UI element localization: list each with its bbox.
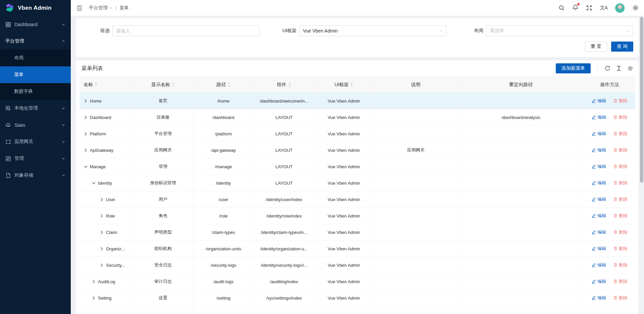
table-row[interactable]: Platform平台管理/platformLAYOUTVue Vben Admi…	[79, 126, 635, 142]
collapse-sidebar-icon[interactable]	[76, 5, 83, 11]
table-row[interactable]: Dashboard仪表板/dashboardLAYOUTVue Vben Adm…	[79, 109, 635, 126]
cell-path: /security-logs	[193, 257, 254, 273]
delete-button[interactable]: 删除	[613, 180, 628, 186]
delete-button[interactable]: 删除	[613, 147, 628, 153]
sidebar-item-layout[interactable]: 布局	[0, 50, 71, 66]
sidebar-item-gateway[interactable]: 应用网关	[0, 133, 71, 150]
table-row[interactable]: Home首页/home/dashboard/welcome/in...Vue V…	[79, 93, 635, 109]
expand-chevron-icon[interactable]	[84, 115, 88, 120]
delete-button[interactable]: 删除	[613, 229, 628, 235]
cell-component: /identity/security-logs/i...	[254, 257, 314, 273]
sidebar-item-storage[interactable]: 对象存储	[0, 167, 71, 184]
reset-button[interactable]: 重 置	[585, 42, 607, 52]
table-settings-gear-icon[interactable]	[627, 65, 633, 71]
column-header[interactable]: 名称	[79, 77, 133, 93]
edit-button[interactable]: 编辑	[592, 229, 606, 235]
sidebar-item-manage[interactable]: 管理	[0, 150, 71, 167]
ui-framework-select[interactable]: Vue Vben Admin	[299, 25, 446, 36]
action-divider	[609, 99, 610, 103]
expand-chevron-icon[interactable]	[84, 165, 88, 169]
query-button[interactable]: 查 询	[611, 42, 633, 52]
delete-button[interactable]: 删除	[613, 196, 628, 202]
action-divider	[609, 246, 610, 251]
row-height-icon[interactable]	[616, 65, 622, 71]
sidebar-item-menu[interactable]: 菜单	[0, 66, 71, 83]
sidebar-item-dashboard[interactable]: Dashboard	[0, 16, 71, 33]
edit-button[interactable]: 编辑	[592, 98, 606, 104]
sidebar-item-dict[interactable]: 数据字典	[0, 83, 71, 100]
refresh-icon[interactable]	[604, 65, 610, 71]
column-header[interactable]: 组件	[254, 77, 314, 93]
filter-input[interactable]	[112, 25, 260, 36]
table-row[interactable]: Claim声明类型/claim-types/identity/claim-typ…	[79, 224, 635, 241]
edit-pencil-icon	[592, 279, 596, 284]
table-row[interactable]: ApiGateway应用网关/api-gatewayLAYOUTVue Vben…	[79, 142, 635, 159]
edit-button[interactable]: 编辑	[592, 180, 606, 186]
delete-button[interactable]: 删除	[613, 213, 628, 219]
expand-chevron-icon[interactable]	[92, 296, 96, 300]
logo[interactable]: Vben Admin	[0, 0, 71, 16]
table-row[interactable]: Manage管理/manageLAYOUTVue Vben Admin编辑删除	[79, 159, 635, 175]
sidebar-item-saas[interactable]: Saas	[0, 117, 71, 133]
fullscreen-icon[interactable]	[586, 5, 592, 11]
expand-chevron-icon[interactable]	[92, 279, 96, 284]
delete-button[interactable]: 删除	[613, 131, 628, 137]
edit-button[interactable]: 编辑	[592, 114, 606, 120]
cell-path: /identity	[193, 175, 254, 191]
delete-button[interactable]: 删除	[613, 164, 628, 170]
column-header[interactable]: 路径	[193, 77, 254, 93]
expand-chevron-icon[interactable]	[100, 263, 104, 267]
cloud-icon	[5, 122, 11, 128]
cell-name: Platform	[79, 126, 133, 142]
vertical-scrollbar[interactable]	[640, 17, 643, 183]
delete-button[interactable]: 删除	[613, 262, 628, 268]
expand-chevron-icon[interactable]	[92, 181, 96, 185]
table-row[interactable]: Organiz...组织机构/organization-units/identi…	[79, 241, 635, 257]
table-row[interactable]: Setting设置/setting/sys/settings/indexVue …	[79, 290, 635, 306]
expand-chevron-icon[interactable]	[84, 148, 88, 152]
edit-button[interactable]: 编辑	[592, 295, 606, 301]
expand-chevron-icon[interactable]	[100, 197, 104, 202]
table-row[interactable]: User用户/user/identity/user/indexVue Vben …	[79, 191, 635, 208]
delete-button[interactable]: 删除	[613, 114, 628, 120]
breadcrumb-parent[interactable]: 平台管理	[89, 5, 113, 11]
sidebar-item-label: Dashboard	[14, 22, 61, 27]
table-row[interactable]: Role角色/role/identity/role/indexVue Vben …	[79, 208, 635, 224]
delete-button[interactable]: 删除	[613, 98, 628, 104]
breadcrumb-current[interactable]: 菜单	[119, 5, 129, 11]
delete-button[interactable]: 删除	[613, 295, 628, 301]
edit-button[interactable]: 编辑	[592, 262, 606, 268]
cell-description	[374, 93, 458, 109]
table-row[interactable]: Security...安全日志/security-logs/identity/s…	[79, 257, 635, 273]
edit-button[interactable]: 编辑	[592, 278, 606, 285]
edit-button[interactable]: 编辑	[592, 213, 606, 219]
cell-name: Security...	[79, 257, 133, 273]
gear-icon[interactable]	[632, 5, 639, 11]
delete-button[interactable]: 删除	[613, 246, 628, 252]
column-header[interactable]: 显示名称	[133, 77, 193, 93]
sidebar-item-localization[interactable]: 本地化管理	[0, 100, 71, 117]
column-header[interactable]: UI框架	[314, 77, 373, 93]
expand-chevron-icon[interactable]	[100, 247, 104, 251]
avatar[interactable]	[615, 3, 625, 13]
expand-chevron-icon[interactable]	[100, 230, 104, 235]
expand-chevron-icon[interactable]	[84, 99, 88, 103]
sidebar-item-platform[interactable]: 平台管理	[0, 33, 71, 50]
layout-select[interactable]: 请选择	[486, 25, 633, 36]
cell-description	[374, 126, 458, 142]
edit-button[interactable]: 编辑	[592, 196, 606, 202]
delete-button[interactable]: 删除	[613, 278, 628, 285]
edit-button[interactable]: 编辑	[592, 246, 606, 252]
search-icon[interactable]	[558, 5, 565, 11]
edit-button[interactable]: 编辑	[592, 147, 606, 153]
table-row[interactable]: AuditLog审计日志/audit-logs/auditing/indexVu…	[79, 273, 635, 290]
notifications-button[interactable]	[572, 4, 579, 12]
translate-icon[interactable]: 文A	[600, 5, 607, 11]
expand-chevron-icon[interactable]	[100, 214, 104, 218]
edit-button[interactable]: 编辑	[592, 131, 606, 137]
add-menu-button[interactable]: 添加新菜单	[556, 63, 591, 73]
table-row[interactable]: Identity身份标识管理/identityLAYOUTVue Vben Ad…	[79, 175, 635, 191]
edit-button[interactable]: 编辑	[592, 164, 606, 170]
expand-chevron-icon[interactable]	[84, 132, 88, 136]
cell-name: User	[79, 191, 133, 208]
